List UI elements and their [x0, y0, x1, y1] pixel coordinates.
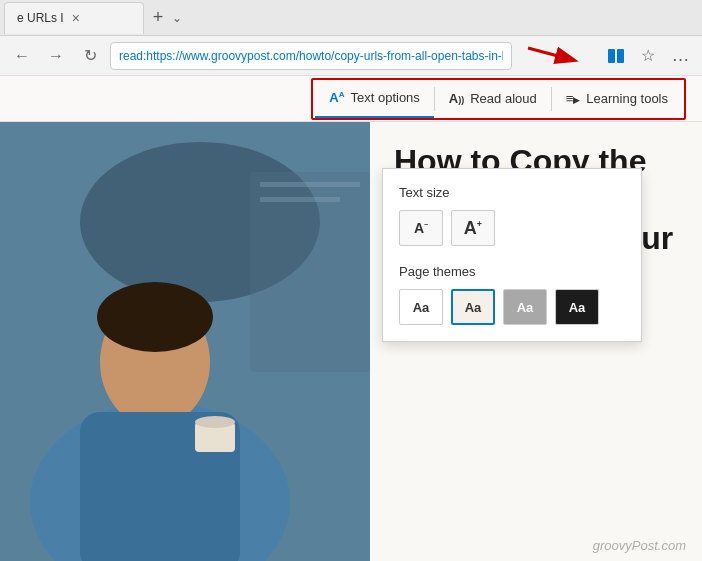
svg-rect-2: [608, 49, 615, 63]
reader-toolbar: AA Text options A)) Read aloud ≡▶ Learni…: [0, 76, 702, 122]
forward-button[interactable]: →: [42, 42, 70, 70]
read-aloud-button[interactable]: A)) Read aloud: [435, 80, 551, 118]
reader-view-icon[interactable]: [602, 42, 630, 70]
text-options-icon: AA: [329, 90, 344, 105]
read-aloud-label: Read aloud: [470, 91, 537, 106]
theme-dark-label: Aa: [569, 300, 586, 315]
refresh-button[interactable]: ↻: [76, 42, 104, 70]
favorites-icon[interactable]: ☆: [634, 42, 662, 70]
tab-close-button[interactable]: ×: [72, 10, 80, 26]
theme-beige-button[interactable]: Aa: [451, 289, 495, 325]
theme-white-button[interactable]: Aa: [399, 289, 443, 325]
svg-rect-3: [617, 49, 624, 63]
groovy-watermark: groovyPost.com: [593, 538, 686, 553]
tab-title: e URLs I: [17, 11, 64, 25]
page-themes-label: Page themes: [399, 264, 625, 279]
text-options-label: Text options: [350, 90, 419, 105]
theme-gray-label: Aa: [517, 300, 534, 315]
text-size-buttons: A− A+: [399, 210, 625, 246]
text-size-increase-button[interactable]: A+: [451, 210, 495, 246]
back-button[interactable]: ←: [8, 42, 36, 70]
svg-line-1: [528, 48, 573, 60]
theme-buttons: Aa Aa Aa Aa: [399, 289, 625, 325]
article-image: [0, 122, 370, 561]
red-arrow-annotation: [518, 38, 598, 74]
theme-gray-button[interactable]: Aa: [503, 289, 547, 325]
svg-point-9: [97, 282, 213, 352]
text-size-increase-icon: A+: [464, 218, 482, 239]
tab-bar: e URLs I × + ⌄: [0, 0, 702, 36]
svg-rect-15: [260, 197, 340, 202]
reader-toolbar-inner: AA Text options A)) Read aloud ≡▶ Learni…: [311, 78, 686, 120]
address-bar: ← → ↻ ☆ …: [0, 36, 702, 76]
svg-rect-14: [260, 182, 360, 187]
active-tab[interactable]: e URLs I ×: [4, 2, 144, 34]
new-tab-button[interactable]: +: [144, 4, 172, 32]
theme-white-label: Aa: [413, 300, 430, 315]
text-size-decrease-button[interactable]: A−: [399, 210, 443, 246]
text-options-dropdown: Text size A− A+ Page themes Aa Aa Aa Aa: [382, 168, 642, 342]
theme-dark-button[interactable]: Aa: [555, 289, 599, 325]
tab-list-chevron[interactable]: ⌄: [172, 11, 182, 25]
toolbar-icons: ☆ …: [518, 38, 694, 74]
browser-chrome: e URLs I × + ⌄ ← → ↻: [0, 0, 702, 76]
learning-tools-icon: ≡▶: [566, 91, 581, 106]
learning-tools-label: Learning tools: [586, 91, 668, 106]
theme-beige-label: Aa: [465, 300, 482, 315]
learning-tools-button[interactable]: ≡▶ Learning tools: [552, 80, 682, 118]
svg-point-12: [195, 416, 235, 428]
read-aloud-icon: A)): [449, 91, 464, 106]
text-size-label: Text size: [399, 185, 625, 200]
content-area: How to Copy the URLs From All Open Tabs …: [0, 122, 702, 561]
address-input[interactable]: [110, 42, 512, 70]
text-options-button[interactable]: AA Text options: [315, 80, 434, 118]
more-tools-icon[interactable]: …: [666, 42, 694, 70]
article-image-svg: [0, 122, 370, 561]
text-size-decrease-icon: A−: [414, 220, 428, 236]
